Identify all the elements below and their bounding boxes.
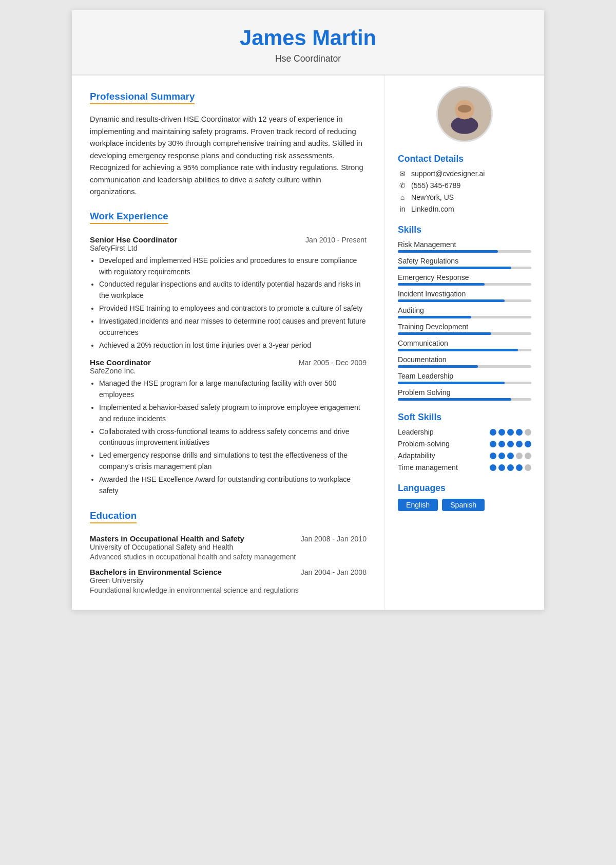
job-date: Jan 2010 - Present <box>305 236 367 244</box>
skill-name: Problem Solving <box>398 388 531 397</box>
soft-skill-name: Time management <box>398 463 458 472</box>
candidate-name: James Martin <box>92 26 524 50</box>
skill-bar-fill <box>398 365 478 368</box>
jobs-container: Senior Hse Coordinator Jan 2010 - Presen… <box>90 235 367 497</box>
contact-icon: ✆ <box>398 181 407 190</box>
profile-photo <box>436 86 493 142</box>
soft-skills-container: Leadership Problem-solving Adaptability … <box>398 428 531 472</box>
soft-skill-item: Problem-solving <box>398 440 531 448</box>
work-experience-title: Work Experience <box>90 211 168 224</box>
skill-name: Safety Regulations <box>398 257 531 265</box>
skill-bar-fill <box>398 332 491 335</box>
contact-icon: ✉ <box>398 170 407 178</box>
bullet-item: Awarded the HSE Excellence Award for out… <box>99 474 367 497</box>
edu-item: Masters in Occupational Health and Safet… <box>90 535 367 561</box>
contact-container: ✉ support@cvdesigner.ai ✆ (555) 345-6789… <box>398 170 531 213</box>
skill-name: Incident Investigation <box>398 290 531 298</box>
skill-bar-bg <box>398 349 531 351</box>
skill-item: Problem Solving <box>398 388 531 401</box>
skill-item: Training Development <box>398 323 531 335</box>
skill-name: Communication <box>398 339 531 347</box>
edu-degree: Bachelors in Environmental Science <box>90 568 222 576</box>
contact-item: ✆ (555) 345-6789 <box>398 181 531 190</box>
dots-container <box>490 464 531 471</box>
filled-dot <box>507 464 514 471</box>
job-date: Mar 2005 - Dec 2009 <box>299 359 367 367</box>
contact-value: NewYork, US <box>411 193 454 201</box>
skill-bar-fill <box>398 299 505 302</box>
filled-dot <box>516 441 523 447</box>
skill-item: Communication <box>398 339 531 351</box>
skill-bar-bg <box>398 283 531 286</box>
professional-summary-title: Professional Summary <box>90 91 195 104</box>
job-bullets: Managed the HSE program for a large manu… <box>90 378 367 496</box>
skill-item: Documentation <box>398 355 531 368</box>
main-body: Professional Summary Dynamic and results… <box>72 76 544 610</box>
skill-bar-bg <box>398 267 531 269</box>
skill-bar-bg <box>398 382 531 384</box>
soft-skill-item: Leadership <box>398 428 531 436</box>
skill-bar-bg <box>398 299 531 302</box>
job-title: Hse Coordinator <box>92 53 524 64</box>
language-spanish: Spanish <box>442 499 485 511</box>
bullet-item: Implemented a behavior-based safety prog… <box>99 402 367 425</box>
filled-dot <box>490 441 496 447</box>
filled-dot <box>498 441 505 447</box>
bullet-item: Conducted regular inspections and audits… <box>99 279 367 302</box>
skill-item: Risk Management <box>398 240 531 253</box>
empty-dot <box>525 464 531 471</box>
edu-header: Masters in Occupational Health and Safet… <box>90 535 367 543</box>
job-company: SafetyFirst Ltd <box>90 244 367 252</box>
skill-name: Auditing <box>398 306 531 314</box>
filled-dot <box>507 441 514 447</box>
filled-dot <box>498 464 505 471</box>
filled-dot <box>516 464 523 471</box>
header: James Martin Hse Coordinator <box>72 10 544 76</box>
language-english: English <box>398 499 438 511</box>
skill-item: Auditing <box>398 306 531 318</box>
skill-bar-bg <box>398 316 531 318</box>
soft-skill-name: Leadership <box>398 428 434 436</box>
job-item: Hse Coordinator Mar 2005 - Dec 2009 Safe… <box>90 358 367 496</box>
filled-dot <box>525 441 531 447</box>
skills-container: Risk Management Safety Regulations Emerg… <box>398 240 531 401</box>
skill-bar-bg <box>398 398 531 401</box>
education-container: Masters in Occupational Health and Safet… <box>90 535 367 594</box>
soft-skills-title: Soft Skills <box>398 412 531 423</box>
skill-item: Emergency Response <box>398 273 531 286</box>
empty-dot <box>525 429 531 436</box>
filled-dot <box>507 429 514 436</box>
skill-bar-bg <box>398 250 531 253</box>
filled-dot <box>498 429 505 436</box>
languages-title: Languages <box>398 483 531 494</box>
contact-icon: ⌂ <box>398 193 407 201</box>
filled-dot <box>507 453 514 459</box>
filled-dot <box>516 429 523 436</box>
filled-dot <box>490 429 496 436</box>
bullet-item: Provided HSE training to employees and c… <box>99 303 367 314</box>
edu-degree: Masters in Occupational Health and Safet… <box>90 535 244 543</box>
edu-date: Jan 2008 - Jan 2010 <box>301 535 367 543</box>
bullet-item: Achieved a 20% reduction in lost time in… <box>99 340 367 351</box>
job-header: Hse Coordinator Mar 2005 - Dec 2009 <box>90 358 367 367</box>
job-header: Senior Hse Coordinator Jan 2010 - Presen… <box>90 235 367 244</box>
soft-skill-name: Problem-solving <box>398 440 450 448</box>
contact-value: LinkedIn.com <box>411 205 454 213</box>
soft-skill-item: Adaptability <box>398 452 531 460</box>
edu-desc: Advanced studies in occupational health … <box>90 553 367 561</box>
soft-skill-name: Adaptability <box>398 452 435 460</box>
contact-value: (555) 345-6789 <box>411 181 460 190</box>
skill-bar-bg <box>398 365 531 368</box>
education-title: Education <box>90 510 137 523</box>
skill-item: Incident Investigation <box>398 290 531 302</box>
bullet-item: Managed the HSE program for a large manu… <box>99 378 367 401</box>
contact-item: in LinkedIn.com <box>398 205 531 213</box>
skill-item: Team Leadership <box>398 372 531 384</box>
filled-dot <box>498 453 505 459</box>
bullet-item: Led emergency response drills and simula… <box>99 450 367 473</box>
contact-title: Contact Details <box>398 154 531 164</box>
soft-skill-item: Time management <box>398 463 531 472</box>
skill-item: Safety Regulations <box>398 257 531 269</box>
contact-icon: in <box>398 205 407 213</box>
bullet-item: Developed and implemented HSE policies a… <box>99 255 367 278</box>
